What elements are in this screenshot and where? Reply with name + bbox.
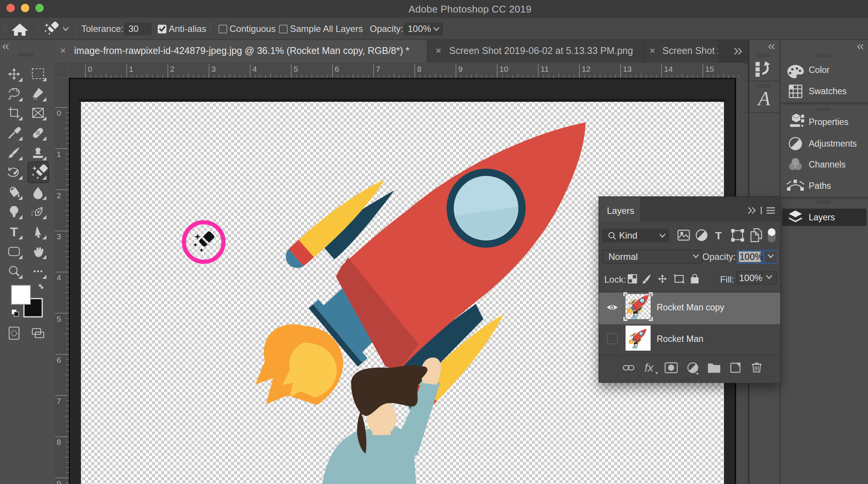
svg-text:9: 9 xyxy=(458,65,463,73)
svg-text:100%: 100% xyxy=(739,273,762,283)
svg-text:Paths: Paths xyxy=(809,181,831,191)
svg-text:Rocket Man copy: Rocket Man copy xyxy=(657,302,724,312)
svg-text:13: 13 xyxy=(623,65,632,73)
svg-text:T: T xyxy=(10,225,18,239)
svg-text:3: 3 xyxy=(57,232,61,241)
svg-text:11: 11 xyxy=(540,65,549,73)
svg-text:T: T xyxy=(715,230,722,242)
svg-text:8: 8 xyxy=(417,65,421,73)
svg-text:Normal: Normal xyxy=(608,251,638,262)
svg-text:7: 7 xyxy=(376,65,380,73)
svg-text:3: 3 xyxy=(211,65,216,73)
svg-text:4: 4 xyxy=(57,273,61,282)
svg-text:Color: Color xyxy=(809,65,830,75)
svg-text:A: A xyxy=(757,88,770,109)
svg-text:Swatches: Swatches xyxy=(809,86,847,96)
svg-text:Properties: Properties xyxy=(809,117,849,127)
svg-text:7: 7 xyxy=(57,397,61,405)
svg-text:10: 10 xyxy=(499,65,508,73)
svg-text:8: 8 xyxy=(57,438,61,446)
svg-text:0: 0 xyxy=(57,109,61,117)
svg-text:15: 15 xyxy=(705,65,714,73)
svg-text:Opacity:: Opacity: xyxy=(702,251,736,262)
svg-text:1: 1 xyxy=(129,65,133,73)
svg-text:12: 12 xyxy=(582,65,591,73)
svg-text:Rocket Man: Rocket Man xyxy=(657,334,703,344)
svg-text:fx: fx xyxy=(645,361,654,374)
svg-text:1: 1 xyxy=(57,150,61,158)
svg-text:0: 0 xyxy=(88,65,92,73)
svg-text:9: 9 xyxy=(57,479,61,484)
svg-text:Layers: Layers xyxy=(607,206,634,216)
svg-text:2: 2 xyxy=(170,65,175,73)
svg-text:Channels: Channels xyxy=(809,160,846,169)
svg-text:Lock:: Lock: xyxy=(604,274,626,285)
svg-text:100%: 100% xyxy=(740,251,763,262)
svg-text:6: 6 xyxy=(57,356,61,364)
svg-text:Fill:: Fill: xyxy=(720,274,734,285)
svg-text:14: 14 xyxy=(664,65,673,73)
svg-text:4: 4 xyxy=(252,65,257,73)
svg-text:Layers: Layers xyxy=(809,212,835,222)
svg-text:5: 5 xyxy=(57,315,61,323)
svg-text:5: 5 xyxy=(294,65,298,73)
svg-text:6: 6 xyxy=(335,65,339,73)
svg-text:2: 2 xyxy=(57,191,61,200)
svg-text:Adjustments: Adjustments xyxy=(809,139,857,149)
svg-text:Kind: Kind xyxy=(619,230,637,240)
